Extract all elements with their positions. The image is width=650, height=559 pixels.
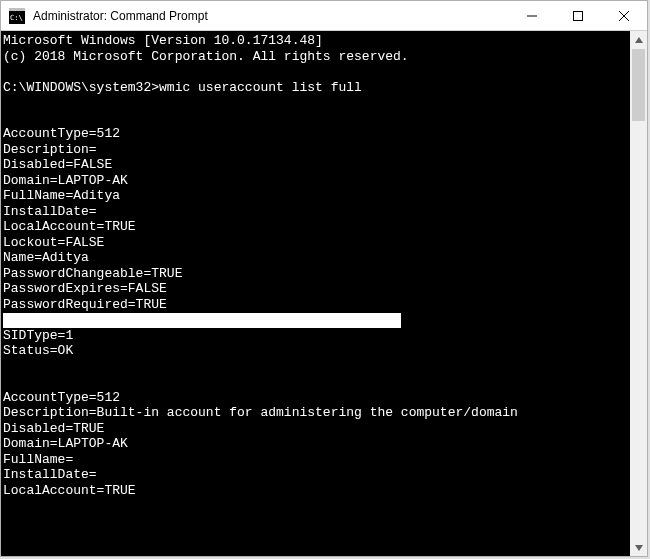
terminal-line: Lockout=FALSE — [3, 235, 630, 251]
scroll-up-button[interactable] — [630, 31, 647, 48]
terminal-line: Description= — [3, 142, 630, 158]
terminal-line: InstallDate= — [3, 204, 630, 220]
terminal-line: PasswordChangeable=TRUE — [3, 266, 630, 282]
terminal-line — [3, 359, 630, 375]
terminal-line: PasswordRequired=TRUE — [3, 297, 630, 313]
terminal-line: Microsoft Windows [Version 10.0.17134.48… — [3, 33, 630, 49]
cmd-icon: C:\ — [9, 8, 25, 24]
terminal-line: PasswordExpires=FALSE — [3, 281, 630, 297]
maximize-icon — [573, 11, 583, 21]
window-controls — [509, 1, 647, 30]
svg-marker-8 — [635, 545, 643, 551]
command-prompt-window: C:\ Administrator: Command Prompt Micros… — [0, 0, 648, 557]
terminal-line — [3, 95, 630, 111]
titlebar[interactable]: C:\ Administrator: Command Prompt — [1, 1, 647, 31]
svg-text:C:\: C:\ — [10, 14, 23, 22]
terminal-line: C:\WINDOWS\system32>wmic useraccount lis… — [3, 80, 630, 96]
terminal-line: Domain=LAPTOP-AK — [3, 436, 630, 452]
minimize-icon — [527, 11, 537, 21]
svg-rect-4 — [574, 11, 583, 20]
terminal-line — [3, 312, 630, 328]
terminal-line: Domain=LAPTOP-AK — [3, 173, 630, 189]
terminal-line: Disabled=FALSE — [3, 157, 630, 173]
terminal-line: LocalAccount=TRUE — [3, 483, 630, 499]
scroll-down-button[interactable] — [630, 539, 647, 556]
terminal-line: FullName=Aditya — [3, 188, 630, 204]
terminal-output[interactable]: Microsoft Windows [Version 10.0.17134.48… — [1, 31, 630, 556]
terminal-line: Description=Built-in account for adminis… — [3, 405, 630, 421]
terminal-area: Microsoft Windows [Version 10.0.17134.48… — [1, 31, 647, 556]
redacted-sid — [3, 313, 401, 328]
maximize-button[interactable] — [555, 1, 601, 30]
terminal-line — [3, 111, 630, 127]
close-icon — [619, 11, 629, 21]
terminal-line: Name=Aditya — [3, 250, 630, 266]
minimize-button[interactable] — [509, 1, 555, 30]
terminal-line: Disabled=TRUE — [3, 421, 630, 437]
chevron-up-icon — [635, 37, 643, 43]
terminal-line — [3, 374, 630, 390]
close-button[interactable] — [601, 1, 647, 30]
chevron-down-icon — [635, 545, 643, 551]
terminal-line: FullName= — [3, 452, 630, 468]
scroll-thumb[interactable] — [632, 49, 645, 121]
svg-rect-1 — [9, 8, 25, 11]
window-title: Administrator: Command Prompt — [33, 9, 509, 23]
vertical-scrollbar[interactable] — [630, 31, 647, 556]
terminal-line: SIDType=1 — [3, 328, 630, 344]
svg-marker-7 — [635, 37, 643, 43]
terminal-line: Status=OK — [3, 343, 630, 359]
terminal-line: AccountType=512 — [3, 126, 630, 142]
terminal-line — [3, 64, 630, 80]
terminal-line: LocalAccount=TRUE — [3, 219, 630, 235]
terminal-line: InstallDate= — [3, 467, 630, 483]
terminal-line: AccountType=512 — [3, 390, 630, 406]
terminal-line: (c) 2018 Microsoft Corporation. All righ… — [3, 49, 630, 65]
